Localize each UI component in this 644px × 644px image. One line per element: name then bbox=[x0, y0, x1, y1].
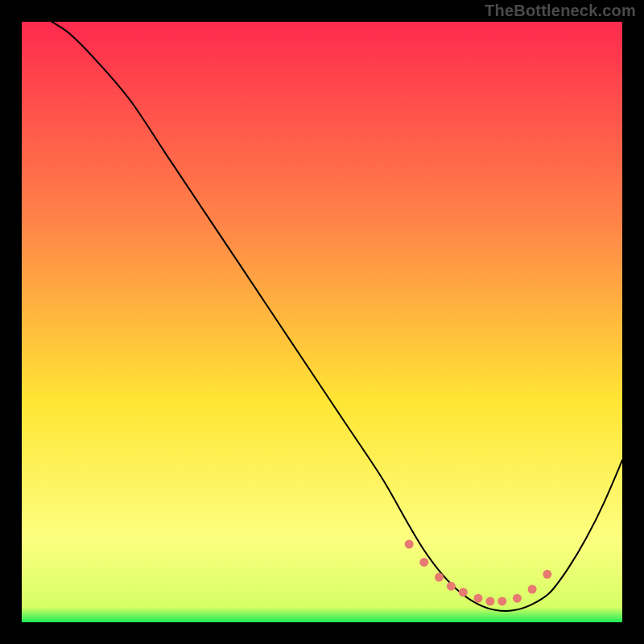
plot-area bbox=[22, 22, 622, 622]
highlight-dot bbox=[419, 558, 428, 567]
watermark-text: TheBottleneck.com bbox=[485, 2, 636, 20]
highlight-dot bbox=[474, 594, 483, 603]
chart-frame: TheBottleneck.com bbox=[0, 0, 644, 644]
highlight-dot bbox=[485, 597, 494, 605]
plot-svg bbox=[22, 22, 622, 622]
highlight-dot bbox=[435, 573, 444, 582]
highlight-dot bbox=[513, 594, 522, 603]
highlight-dot bbox=[459, 588, 468, 597]
highlight-dot bbox=[447, 582, 456, 591]
highlight-dot bbox=[497, 597, 506, 605]
highlight-dot bbox=[528, 585, 537, 594]
highlight-dot bbox=[543, 570, 551, 579]
gradient-background bbox=[22, 22, 622, 622]
highlight-dot bbox=[405, 540, 414, 549]
